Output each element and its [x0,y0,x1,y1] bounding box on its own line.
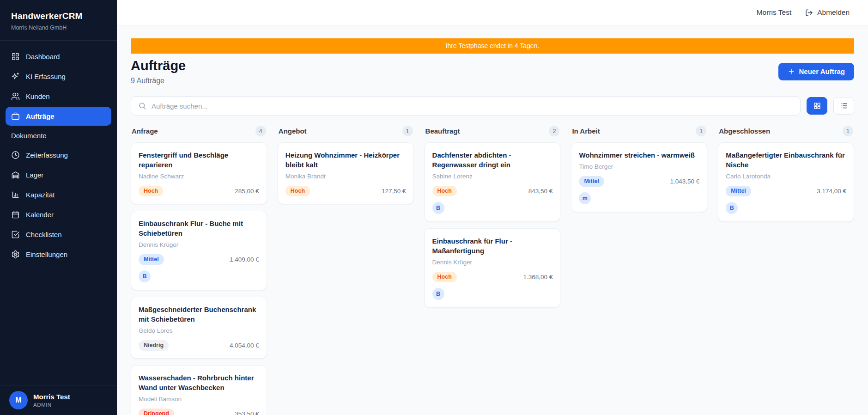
sidebar-item-kunden[interactable]: Kunden [6,87,111,106]
order-card[interactable]: Fenstergriff und Beschläge reparieren Na… [131,142,267,204]
assignee-badge: m [579,192,591,204]
trial-banner: Ihre Testphase endet in 4 Tagen. [131,38,854,54]
sidebar-user-info: Morris Test ADMIN [33,393,70,408]
order-meta: Mittel 1.409,00 € [139,254,259,265]
column-label: Anfrage [132,127,158,135]
order-meta: Mittel 1.043,50 € [579,176,699,187]
order-meta: Dringend 353,50 € [139,409,259,415]
order-customer: Dennis Krüger [139,241,259,248]
board-column-abgeschlossen: Abgeschlossen 1 Maßangefertigter Einbaus… [718,126,854,222]
order-price: 3.174,00 € [817,188,846,195]
column-cards: Fenstergriff und Beschläge reparieren Na… [131,142,267,415]
sidebar-item-label: Aufträge [26,112,55,120]
priority-badge: Hoch [139,186,163,196]
logout-button[interactable]: Abmelden [805,8,850,17]
order-title: Wasserschaden - Rohrbruch hinter Wand un… [139,373,259,392]
order-title: Einbauschrank Flur - Buche mit Schiebetü… [139,219,259,238]
sidebar-item-dokumente[interactable]: Dokumente [6,127,111,145]
order-card[interactable]: Maßgeschneiderter Buchenschrank mit Schi… [131,297,267,359]
search-box [131,96,801,116]
order-price: 285,00 € [235,188,259,195]
search-icon [138,102,146,110]
order-meta: Mittel 3.174,00 € [726,186,846,196]
assignee-badge: B [726,202,738,214]
column-label: Beauftragt [425,127,460,135]
order-card[interactable]: Einbauschrank für Flur - Maßanfertigung … [425,228,561,308]
sidebar-item-kalender[interactable]: Kalender [6,205,111,224]
sidebar-item-ki-erfassung[interactable]: KI Erfassung [6,67,111,86]
column-label: Abgeschlossen [719,127,770,135]
order-card[interactable]: Maßangefertigter Einbauschrank für Nisch… [718,142,854,222]
sparkles-icon [11,72,20,81]
assignee-badge: B [432,202,444,214]
order-title: Heizung Wohnzimmer - Heizkörper bleibt k… [285,150,406,170]
order-meta: Hoch 843,50 € [432,186,553,196]
board-column-angebot: Angebot 1 Heizung Wohnzimmer - Heizkörpe… [278,126,414,204]
priority-badge: Mittel [139,254,164,265]
order-title: Einbauschrank für Flur - Maßanfertigung [432,236,553,256]
sidebar-item-label: Checklisten [26,231,62,238]
company-name: Morris Neiland GmbH [11,24,106,31]
order-price: 1.409,00 € [230,256,259,263]
order-customer: Sabine Lorenz [432,173,553,180]
sidebar-item-einstellungen[interactable]: Einstellungen [6,245,111,264]
check-square-icon [11,230,20,239]
column-header: In Arbeit 1 [571,126,707,136]
order-title: Dachfenster abdichten - Regenwasser drin… [432,150,553,170]
order-card[interactable]: Dachfenster abdichten - Regenwasser drin… [425,142,561,222]
topbar: Morris Test Abmelden [117,0,868,25]
order-meta: Hoch 285,00 € [139,186,259,196]
column-count-badge: 1 [402,126,413,136]
column-count-badge: 2 [549,126,559,136]
order-card[interactable]: Wohnzimmer streichen - warmweiß Timo Ber… [571,142,707,212]
priority-badge: Mittel [579,176,604,187]
order-card[interactable]: Heizung Wohnzimmer - Heizkörper bleibt k… [278,142,414,204]
order-card[interactable]: Wasserschaden - Rohrbruch hinter Wand un… [131,365,267,415]
sidebar-item-dashboard[interactable]: Dashboard [6,47,111,66]
board-column-beauftragt: Beauftragt 2 Dachfenster abdichten - Reg… [425,126,561,308]
kanban-board: Anfrage 4 Fenstergriff und Beschläge rep… [131,126,854,415]
search-input[interactable] [152,102,793,110]
sidebar-item-aufträge[interactable]: Aufträge [6,107,111,126]
sidebar-user-role: ADMIN [33,402,70,408]
sidebar-user-section: M Morris Test ADMIN [0,385,117,415]
briefcase-icon [11,112,20,121]
app-name: HandwerkerCRM [11,11,106,21]
main-area: Morris Test Abmelden Ihre Testphase ende… [117,0,868,415]
grid-view-button[interactable] [807,97,827,115]
sidebar-item-label: Kapazität [26,191,55,199]
content: Ihre Testphase endet in 4 Tagen. Aufträg… [117,25,868,415]
sidebar-item-zeiterfassung[interactable]: Zeiterfassung [6,146,111,165]
logout-label: Abmelden [817,8,850,17]
sidebar-item-label: Zeiterfassung [26,151,68,159]
order-price: 1.368,00 € [523,274,553,281]
warehouse-icon [11,171,20,179]
order-price: 843,50 € [528,188,553,195]
assignee-badge: B [432,288,444,300]
board-column-anfrage: Anfrage 4 Fenstergriff und Beschläge rep… [131,126,267,415]
sidebar-item-lager[interactable]: Lager [6,165,111,184]
order-title: Maßangefertigter Einbauschrank für Nisch… [726,150,846,170]
new-order-button[interactable]: Neuer Auftrag [778,63,854,80]
sidebar-item-label: Kunden [26,92,50,100]
order-customer: Geldo Lores [139,327,259,334]
priority-badge: Mittel [726,186,751,196]
title-block: Aufträge 9 Aufträge [131,58,186,85]
sidebar-item-label: Dokumente [11,132,47,140]
order-meta: Hoch 1.368,00 € [432,272,553,282]
column-cards: Wohnzimmer streichen - warmweiß Timo Ber… [571,142,707,212]
list-view-button[interactable] [833,97,854,115]
column-header: Angebot 1 [278,126,414,136]
logout-icon [805,9,813,17]
topbar-user-name: Morris Test [757,8,792,17]
sidebar-item-kapazität[interactable]: Kapazität [6,185,111,204]
order-price: 353,50 € [235,410,259,415]
column-header: Beauftragt 2 [425,126,561,136]
avatar: M [9,391,28,409]
sidebar-item-label: Einstellungen [26,250,67,258]
plus-icon [788,68,795,75]
sidebar-item-checklisten[interactable]: Checklisten [6,225,111,244]
sidebar-item-label: Dashboard [26,53,60,61]
column-cards: Dachfenster abdichten - Regenwasser drin… [425,142,561,308]
order-card[interactable]: Einbauschrank Flur - Buche mit Schiebetü… [131,211,267,290]
